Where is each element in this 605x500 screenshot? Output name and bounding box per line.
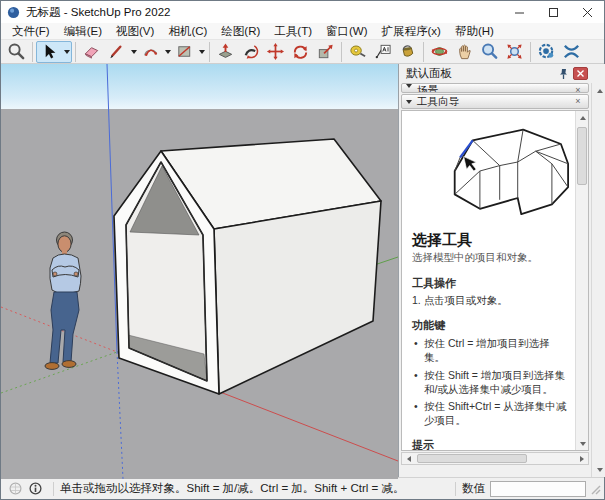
panel-section-scenes-label: 场景 [417,84,572,93]
person-head [58,236,71,252]
panel-section-close-icon[interactable]: × [572,95,584,108]
push-pull-icon[interactable] [213,41,238,63]
scroll-right-icon[interactable] [575,453,588,464]
toolbar-separator [423,42,424,62]
scroll-up-icon[interactable] [576,111,589,124]
menu-tools[interactable]: 工具(T) [267,23,319,39]
extension-b-icon[interactable] [559,41,584,63]
sky [1,64,398,109]
panel-section-close-icon[interactable]: × [572,84,584,93]
scroll-thumb[interactable] [577,127,587,185]
eraser-icon[interactable] [79,41,104,63]
rotate-tool-icon[interactable] [288,41,313,63]
instructor-horizontal-scrollbar[interactable] [401,452,589,465]
tray-scroll-down-icon[interactable] [592,463,605,476]
modifier-list: 按住 Ctrl = 增加项目到选择集。 按住 Shift = 增加项目到选择集和… [412,336,569,427]
scroll-down-icon[interactable] [576,437,589,450]
menu-view[interactable]: 视图(V) [109,23,161,39]
menu-file[interactable]: 文件(F) [5,23,57,39]
minimize-button[interactable] [502,1,536,23]
pin-icon[interactable] [556,67,570,81]
select-tool-active [36,41,72,63]
collapse-arrow-icon [406,84,412,88]
menu-camera[interactable]: 相机(C) [161,23,214,39]
toolbar-separator [209,42,210,62]
menu-bar: 文件(F) 编辑(E) 视图(V) 相机(C) 绘图(R) 工具(T) 窗口(W… [1,23,604,40]
list-item: 按住 Shift = 增加项目到选择集和/或从选择集中减少项目。 [412,368,569,396]
section-operation-step: 1. 点击项目或对象。 [412,293,569,307]
instructor-heading: 选择工具 [412,231,569,250]
toolbar-separator [75,42,76,62]
measurement-label: 数值 [462,481,485,496]
toolbar [1,40,604,64]
toolbar-separator [32,42,33,62]
scroll-left-icon[interactable] [402,453,415,464]
statusbar-divider [455,482,456,496]
menu-edit[interactable]: 编辑(E) [57,23,109,39]
toolbar-separator [530,42,531,62]
section-title-operation: 工具操作 [412,276,569,291]
title-bar: 无标题 - SketchUp Pro 2022 [1,1,604,23]
default-tray: 默认面板 场景 × 工具向导 × [398,64,605,477]
person-shoe-right [62,361,76,368]
menu-window[interactable]: 窗口(W) [319,23,375,39]
measurement-input[interactable] [490,481,586,497]
close-button[interactable] [570,1,604,23]
paint-bucket-icon[interactable] [395,41,420,63]
line-tool-icon[interactable] [104,41,129,63]
tray-scrollbar[interactable] [591,83,605,477]
pan-tool-icon[interactable] [452,41,477,63]
sketchup-window: 无标题 - SketchUp Pro 2022 文件(F) 编辑(E) 视图(V… [0,0,605,500]
maximize-button[interactable] [536,1,570,23]
instructor-header-label: 工具向导 [417,95,572,108]
tray-header: 默认面板 [399,64,591,83]
geolocation-icon[interactable] [7,481,23,497]
rectangle-dropdown-icon[interactable] [197,41,206,63]
select-tool-icon[interactable] [37,41,62,63]
tape-measure-icon[interactable] [345,41,370,63]
zoom-window-icon[interactable] [4,41,29,63]
collapse-arrow-icon [406,100,412,104]
tray-close-button[interactable] [573,67,588,80]
orbit-tool-icon[interactable] [427,41,452,63]
instructor-panel: 选择工具 选择模型中的项目和对象。 工具操作 1. 点击项目或对象。 功能键 按… [401,110,589,451]
list-item: 按住 Ctrl = 增加项目到选择集。 [412,336,569,364]
arc-dropdown-icon[interactable] [163,41,172,63]
window-title: 无标题 - SketchUp Pro 2022 [26,5,170,20]
list-item: 按住 Shift+Ctrl = 从选择集中减少项目。 [412,399,569,427]
line-dropdown-icon[interactable] [129,41,138,63]
tray-title: 默认面板 [406,66,556,81]
info-icon[interactable] [27,481,43,497]
menu-help[interactable]: 帮助(H) [448,23,501,39]
arc-tool-icon[interactable] [138,41,163,63]
status-bar: 单击或拖动以选择对象。Shift = 加/减。Ctrl = 加。Shift + … [1,477,604,499]
section-title-modifiers: 功能键 [412,318,569,333]
rectangle-tool-icon[interactable] [172,41,197,63]
select-dropdown-icon[interactable] [62,41,71,63]
menu-extensions[interactable]: 扩展程序(x) [375,23,448,39]
panel-section-instructor[interactable]: 工具向导 × [401,94,589,109]
instructor-illustration [416,117,575,225]
section-title-tips: 提示 [412,438,569,450]
move-tool-icon[interactable] [263,41,288,63]
statusbar-divider [53,482,54,496]
zoom-tool-icon[interactable] [477,41,502,63]
panel-section-scenes[interactable]: 场景 × [401,83,589,93]
model-viewport[interactable] [1,64,398,477]
resize-grip[interactable] [588,480,602,498]
instructor-content: 选择工具 选择模型中的项目和对象。 工具操作 1. 点击项目或对象。 功能键 按… [402,111,575,450]
status-message: 单击或拖动以选择对象。Shift = 加/减。Ctrl = 加。Shift + … [60,481,404,496]
app-icon [7,6,20,19]
tray-scroll-up-icon[interactable] [592,84,605,97]
text-tool-icon[interactable] [370,41,395,63]
menu-draw[interactable]: 绘图(R) [214,23,267,39]
scale-tool-icon[interactable] [313,41,338,63]
follow-me-icon[interactable] [238,41,263,63]
zoom-extents-icon[interactable] [502,41,527,63]
instructor-scrollbar[interactable] [575,111,588,450]
instructor-subtitle: 选择模型中的项目和对象。 [412,251,569,265]
person-shoe-left [45,363,59,370]
toolbar-separator [341,42,342,62]
extension-a-icon[interactable] [534,41,559,63]
hscroll-thumb[interactable] [417,454,527,463]
